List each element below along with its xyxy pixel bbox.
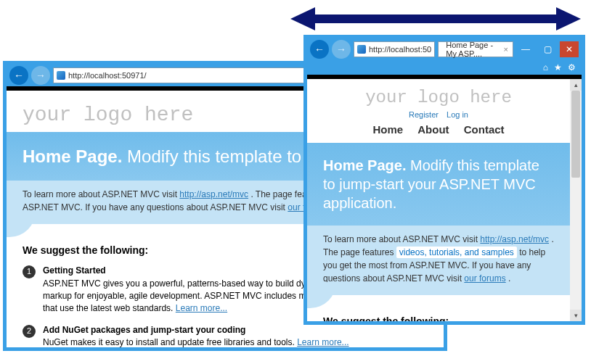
toolbar-extra: ⌂ ★ ⚙ (307, 60, 582, 75)
home-icon[interactable]: ⌂ (543, 62, 548, 73)
close-button[interactable]: ✕ (560, 41, 579, 57)
item-title: Add NuGet packages and jump-start your c… (43, 324, 349, 336)
address-bar[interactable]: http://localhost:50 (354, 41, 435, 57)
tab-close-icon[interactable]: × (504, 45, 508, 54)
minimize-button[interactable]: — (516, 41, 535, 57)
suggestions-heading: We suggest the following: (323, 315, 554, 321)
suggestions-section: We suggest the following: Getting Starte… (307, 308, 570, 321)
url-text: http://localhost:50 (369, 45, 431, 54)
page-icon (57, 71, 65, 80)
viewport: your logo here Register Log in Home Abou… (307, 79, 582, 321)
list-item: 2 Add NuGet packages and jump-start your… (23, 324, 428, 347)
page-icon (357, 45, 366, 54)
tab-title: Home Page - My ASP.... (446, 41, 500, 58)
scroll-thumb[interactable] (571, 91, 580, 178)
nav-home[interactable]: Home (372, 123, 403, 136)
mvc-link[interactable]: http://asp.net/mvc (179, 189, 248, 199)
feature-pill: videos, tutorials, and samples (396, 247, 517, 258)
nav-about[interactable]: About (417, 123, 449, 136)
hero-title-strong: Home Page. (23, 146, 122, 166)
login-link[interactable]: Log in (447, 110, 468, 119)
curve-divider (307, 295, 570, 308)
svg-marker-0 (290, 7, 581, 30)
favorites-icon[interactable]: ★ (554, 62, 562, 73)
titlebar: ← → http://localhost:50 Home Page - My A… (307, 38, 582, 60)
scroll-up-button[interactable]: ▴ (570, 79, 582, 91)
scroll-down-button[interactable]: ▾ (570, 310, 582, 321)
step-number: 1 (23, 265, 36, 278)
nav-contact[interactable]: Contact (464, 123, 505, 136)
browser-tab[interactable]: Home Page - My ASP.... × (438, 41, 513, 57)
browser-window-narrow: ← → http://localhost:50 Home Page - My A… (303, 35, 585, 325)
hero-banner: Home Page. Modify this template to jump-… (307, 143, 570, 226)
step-number: 2 (23, 325, 36, 338)
maximize-button[interactable]: ▢ (538, 41, 557, 57)
back-button[interactable]: ← (310, 40, 329, 59)
learn-more-link[interactable]: Learn more... (176, 303, 227, 313)
learn-more-link[interactable]: Learn more... (297, 337, 349, 347)
hero-title-strong: Home Page. (323, 157, 406, 173)
auth-links: Register Log in (307, 110, 570, 123)
forums-link[interactable]: our forums (464, 273, 505, 284)
mvc-link[interactable]: http://asp.net/mvc (480, 234, 549, 244)
forward-button[interactable]: → (332, 40, 351, 59)
url-text: http://localhost:50971/ (68, 71, 147, 80)
logo-placeholder: your logo here (307, 79, 570, 110)
back-button[interactable]: ← (9, 66, 28, 85)
forward-button[interactable]: → (31, 66, 50, 85)
main-nav: Home About Contact (307, 123, 570, 143)
hero-description: To learn more about ASP.NET MVC visit ht… (307, 226, 570, 295)
scroll-track[interactable] (570, 91, 582, 310)
settings-icon[interactable]: ⚙ (568, 62, 576, 73)
resize-arrow (290, 4, 581, 33)
register-link[interactable]: Register (409, 110, 439, 119)
scrollbar[interactable]: ▴ ▾ (570, 79, 582, 321)
